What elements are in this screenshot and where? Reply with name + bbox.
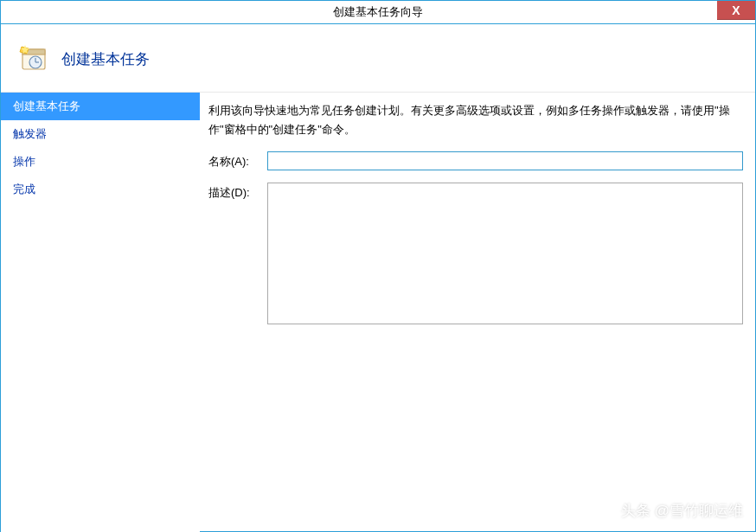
description-row: 描述(D): — [208, 183, 743, 324]
sidebar-item-label: 触发器 — [13, 127, 47, 140]
page-title: 创建基本任务 — [61, 49, 150, 69]
watermark: 头条 @雪竹聊运维 — [600, 501, 743, 521]
watermark-text: 头条 @雪竹聊运维 — [621, 501, 743, 521]
name-row: 名称(A): — [208, 151, 743, 170]
instruction-text: 利用该向导快速地为常见任务创建计划。有关更多高级选项或设置，例如多任务操作或触发… — [208, 101, 743, 139]
sidebar-item-finish[interactable]: 完成 — [1, 176, 200, 203]
task-wizard-icon — [18, 43, 49, 74]
svg-point-7 — [601, 503, 615, 517]
sidebar-item-label: 完成 — [13, 183, 35, 195]
description-textarea[interactable] — [267, 183, 743, 324]
sidebar-item-label: 创建基本任务 — [13, 99, 80, 112]
name-label: 名称(A): — [208, 151, 267, 170]
sidebar-item-create-task[interactable]: 创建基本任务 — [1, 93, 200, 120]
watermark-icon — [600, 503, 616, 519]
sidebar-item-label: 操作 — [13, 155, 35, 168]
description-label: 描述(D): — [208, 183, 267, 201]
titlebar: 创建基本任务向导 X — [1, 1, 755, 24]
close-button[interactable]: X — [717, 1, 755, 20]
sidebar: 创建基本任务 触发器 操作 完成 — [1, 93, 200, 532]
svg-rect-9 — [609, 507, 612, 515]
wizard-body: 创建基本任务 触发器 操作 完成 利用该向导快速地为常见任务创建计划。有关更多高… — [1, 93, 755, 532]
wizard-header: 创建基本任务 — [1, 24, 755, 93]
window-title: 创建基本任务向导 — [333, 4, 423, 20]
svg-rect-8 — [605, 509, 607, 515]
sidebar-item-trigger[interactable]: 触发器 — [1, 120, 200, 148]
sidebar-item-action[interactable]: 操作 — [1, 148, 200, 176]
name-input[interactable] — [267, 151, 743, 170]
main-panel: 利用该向导快速地为常见任务创建计划。有关更多高级选项或设置，例如多任务操作或触发… — [200, 93, 755, 532]
close-icon: X — [732, 3, 740, 17]
wizard-window: 创建基本任务向导 X 创建基本任务 创建基本任务 触发器 — [0, 0, 756, 532]
